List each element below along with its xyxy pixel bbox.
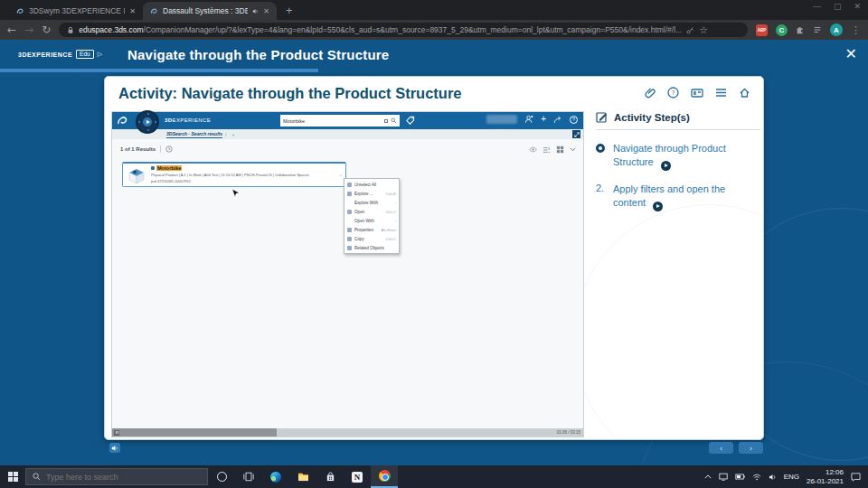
reading-list-icon[interactable] xyxy=(813,25,822,34)
user-icon[interactable] xyxy=(524,115,533,124)
demo-top-bar: 3DEXPERIENCE xyxy=(112,112,583,129)
result-row-motorbike[interactable]: Motorbike Physical Product | A.1 | In Wo… xyxy=(122,162,346,187)
menu-item-explore-with[interactable]: Explore With › xyxy=(344,198,399,207)
step-label: Apply filters and open the content xyxy=(613,183,747,211)
store-button[interactable] xyxy=(316,465,344,488)
taskbar-search-input[interactable] xyxy=(46,473,201,482)
browser-menu-icon[interactable]: ⋮ xyxy=(851,24,861,36)
reload-icon[interactable]: ↻ xyxy=(42,24,51,35)
play-step-icon[interactable] xyxy=(661,161,671,171)
language-indicator[interactable]: ENG xyxy=(784,473,799,481)
product-cube-icon xyxy=(127,167,146,185)
demo-search-input[interactable] xyxy=(283,118,382,124)
share-icon[interactable] xyxy=(553,116,562,124)
pause-icon[interactable] xyxy=(114,430,119,436)
advanced-search-icon[interactable] xyxy=(384,119,388,123)
adblock-extension-icon[interactable]: ABP xyxy=(756,24,768,36)
play-step-icon[interactable] xyxy=(653,202,663,211)
tab-audio-icon[interactable] xyxy=(252,8,259,14)
menu-item-properties[interactable]: Properties Alt+Enter xyxy=(344,225,399,234)
chevron-down-icon[interactable] xyxy=(570,147,576,152)
related-objects-icon xyxy=(347,246,352,250)
battery-icon[interactable] xyxy=(735,474,745,480)
grid-view-icon[interactable] xyxy=(556,145,564,154)
video-scrubber[interactable]: 01:06 / 03:15 xyxy=(112,428,583,436)
context-menu: Unselect All Explore ... Ctrl+E Explore … xyxy=(344,178,400,254)
menu-item-copy[interactable]: Copy Ctrl+C xyxy=(344,234,399,243)
clock[interactable]: 12:06 26-01-2021 xyxy=(807,468,844,484)
menu-item-related-objects[interactable]: Related Objects xyxy=(344,243,399,252)
demo-search-box[interactable] xyxy=(280,115,400,127)
extensions-puzzle-icon[interactable] xyxy=(796,25,805,34)
tag-icon[interactable] xyxy=(405,116,415,126)
action-center-icon[interactable] xyxy=(851,473,861,482)
video-progress-fill xyxy=(112,428,277,436)
step-number: 2. xyxy=(596,183,605,211)
compass-icon[interactable] xyxy=(136,110,159,134)
task-view-button[interactable] xyxy=(235,465,262,488)
sound-icon[interactable] xyxy=(109,443,120,453)
wifi-icon[interactable] xyxy=(752,474,761,481)
window-minimize-icon[interactable]: — xyxy=(813,2,821,11)
page-close-icon[interactable]: ✕ xyxy=(845,45,857,62)
search-icon[interactable] xyxy=(391,117,397,124)
back-icon[interactable]: ← xyxy=(7,24,16,35)
forward-icon[interactable]: → xyxy=(24,24,33,35)
result-name[interactable]: Motorbike xyxy=(156,165,182,171)
url-path: /CompanionManager/up/?&lexType=4&lang=en… xyxy=(144,25,683,34)
step-1[interactable]: Navigate through Product Structure xyxy=(596,142,760,171)
key-icon[interactable] xyxy=(686,26,694,34)
cortana-button[interactable] xyxy=(208,465,235,488)
notepad-button[interactable]: N xyxy=(344,465,371,488)
result-info: Motorbike Physical Product | A.1 | In Wo… xyxy=(151,165,337,183)
copy-icon xyxy=(347,237,352,241)
tab-close-icon[interactable]: ✕ xyxy=(263,7,269,15)
chrome-button[interactable] xyxy=(371,465,398,488)
previous-button[interactable]: ‹ xyxy=(709,442,733,454)
attachment-icon[interactable] xyxy=(645,87,656,99)
tray-expand-icon[interactable] xyxy=(704,474,712,479)
start-button[interactable] xyxy=(0,472,25,482)
browser-tab-3dswym[interactable]: 3DSwym 3DEXPERIENCE Edu | Stu ✕ xyxy=(9,2,143,20)
menu-item-open-with[interactable]: Open With › xyxy=(344,216,399,225)
fullscreen-icon[interactable] xyxy=(572,130,580,138)
system-tray: ENG 12:06 26-01-2021 xyxy=(704,468,868,484)
profile-avatar[interactable]: A xyxy=(830,23,843,36)
new-tab-button[interactable]: + xyxy=(286,4,293,17)
bookmark-star-icon[interactable]: ☆ xyxy=(699,24,708,36)
window-close-icon[interactable]: ✕ xyxy=(854,2,861,11)
activity-title: Activity: Navigate through the Product S… xyxy=(118,85,462,102)
add-tab-button[interactable]: + xyxy=(231,132,234,137)
file-explorer-button[interactable] xyxy=(289,465,316,488)
home-icon[interactable] xyxy=(739,87,750,99)
add-app-icon[interactable]: + xyxy=(541,115,546,124)
sort-options-icon[interactable] xyxy=(542,146,551,154)
display-icon[interactable] xyxy=(719,473,728,481)
next-button[interactable]: › xyxy=(739,442,763,454)
menu-item-unselect-all[interactable]: Unselect All xyxy=(344,180,399,189)
address-bar[interactable]: eduspace.3ds.com/CompanionManager/up/?&l… xyxy=(59,23,748,37)
details-card-icon[interactable] xyxy=(691,88,703,99)
result-details: Physical Product | A.1 | In Work | A04 T… xyxy=(151,173,337,177)
activity-steps-panel: Activity Step(s) Navigate through Produc… xyxy=(596,111,760,211)
window-maximize-icon[interactable]: ▢ xyxy=(834,2,842,11)
edge-button[interactable] xyxy=(262,465,289,488)
tab-3dsearch[interactable]: 3DSearch - Search results xyxy=(166,131,222,138)
green-extension-icon[interactable]: C xyxy=(776,24,788,36)
censored-user-info xyxy=(486,115,517,124)
3dexperience-edu-logo: 3DEXPERIENCE Edu ▷ xyxy=(18,50,102,59)
menu-item-open[interactable]: Open Ctrl+O xyxy=(344,207,399,216)
step-2[interactable]: 2. Apply filters and open the content xyxy=(596,183,760,211)
preview-eye-icon[interactable] xyxy=(529,146,537,153)
history-clock-icon[interactable] xyxy=(165,145,173,153)
tab-close-icon[interactable]: ✕ xyxy=(129,7,136,15)
taskbar-search[interactable] xyxy=(25,468,208,485)
row-chevron-icon[interactable]: ⌄ xyxy=(338,171,343,177)
help-icon[interactable]: ? xyxy=(667,87,679,99)
browser-tab-dassault[interactable]: Dassault Systèmes : 3DEXPER ✕ xyxy=(143,2,277,20)
volume-icon[interactable] xyxy=(769,474,777,481)
taskbar: N ENG 12:06 26-01- xyxy=(0,465,868,488)
menu-icon[interactable] xyxy=(715,88,727,98)
demo-help-icon[interactable]: ? xyxy=(570,116,578,124)
menu-item-explore[interactable]: Explore ... Ctrl+E xyxy=(344,189,399,198)
